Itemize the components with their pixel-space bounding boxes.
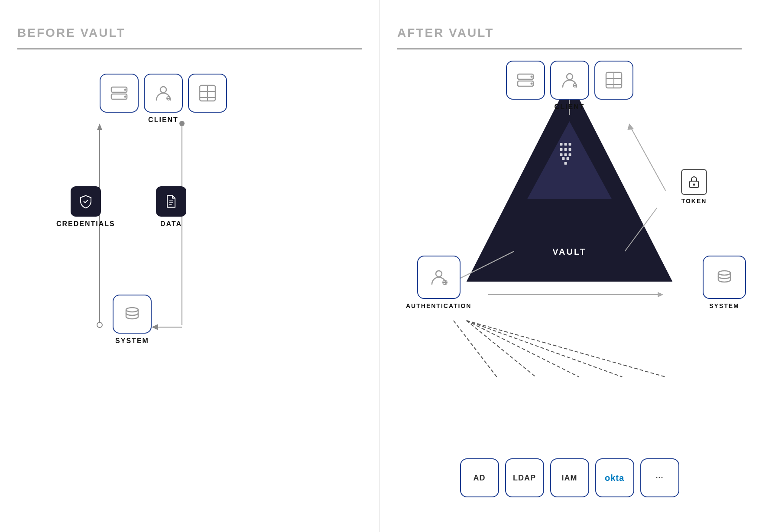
auth-icon-box bbox=[417, 256, 461, 299]
svg-rect-36 bbox=[564, 162, 567, 165]
right-database-icon bbox=[714, 267, 735, 288]
left-client-label: CLIENT bbox=[148, 116, 178, 124]
auth-node: AUTHENTICATION bbox=[406, 256, 471, 309]
right-user-icon-box bbox=[550, 61, 589, 100]
svg-point-22 bbox=[126, 308, 138, 312]
provider-iam: IAM bbox=[550, 458, 589, 497]
svg-marker-24 bbox=[527, 121, 612, 199]
right-grid-icon bbox=[603, 70, 624, 91]
left-user-icon-box bbox=[144, 74, 183, 113]
lock-icon bbox=[687, 175, 701, 189]
svg-line-46 bbox=[454, 321, 497, 377]
svg-marker-1 bbox=[97, 123, 102, 130]
vault-label-container: VAULT bbox=[552, 247, 587, 257]
left-panel: BEFORE VAULT bbox=[0, 0, 380, 532]
right-client-label: CLIENT bbox=[555, 103, 585, 111]
right-system-icon-box bbox=[703, 256, 746, 299]
provider-ldap: LDAP bbox=[505, 458, 544, 497]
right-client-group: CLIENT bbox=[506, 61, 633, 111]
svg-point-63 bbox=[436, 271, 442, 277]
right-system-node: SYSTEM bbox=[703, 256, 746, 309]
auth-providers: AD LDAP IAM okta ··· bbox=[460, 458, 679, 497]
svg-rect-28 bbox=[560, 148, 563, 151]
svg-line-47 bbox=[467, 321, 536, 377]
svg-rect-34 bbox=[562, 157, 565, 160]
provider-ad: AD bbox=[460, 458, 499, 497]
svg-point-65 bbox=[718, 271, 730, 275]
left-system-icon-box bbox=[113, 295, 152, 334]
server-icon bbox=[109, 83, 130, 104]
vault-label: VAULT bbox=[552, 247, 587, 256]
svg-line-50 bbox=[467, 321, 665, 377]
left-grid-icon-box bbox=[188, 74, 227, 113]
left-client-group: CLIENT bbox=[100, 74, 227, 124]
left-client-icons bbox=[100, 74, 227, 113]
left-divider bbox=[17, 49, 362, 49]
credentials-node: CREDENTIALS bbox=[56, 186, 115, 228]
right-panel: AFTER VAULT bbox=[380, 0, 759, 532]
svg-marker-40 bbox=[658, 292, 663, 297]
right-server-icon bbox=[515, 70, 536, 91]
svg-point-10 bbox=[124, 89, 126, 91]
right-user-icon bbox=[559, 70, 580, 91]
svg-line-42 bbox=[631, 128, 665, 191]
svg-point-52 bbox=[530, 76, 532, 78]
svg-point-55 bbox=[567, 74, 573, 80]
svg-line-49 bbox=[467, 321, 623, 377]
svg-rect-31 bbox=[560, 153, 563, 156]
svg-rect-35 bbox=[567, 157, 569, 160]
svg-point-5 bbox=[97, 322, 102, 328]
svg-rect-32 bbox=[564, 153, 567, 156]
right-server-icon-box bbox=[506, 61, 545, 100]
svg-line-41 bbox=[625, 208, 657, 251]
shield-icon bbox=[78, 194, 94, 209]
token-node: TOKEN bbox=[681, 169, 707, 204]
token-icon-box bbox=[681, 169, 707, 195]
right-system-label: SYSTEM bbox=[709, 302, 740, 309]
left-system-node: SYSTEM bbox=[113, 295, 152, 345]
data-icon-box bbox=[156, 186, 186, 217]
left-server-icon-box bbox=[100, 74, 139, 113]
svg-marker-43 bbox=[627, 123, 634, 130]
svg-point-54 bbox=[530, 83, 532, 85]
grid-icon bbox=[197, 83, 218, 104]
svg-point-13 bbox=[160, 87, 166, 93]
database-icon bbox=[122, 304, 143, 324]
svg-rect-25 bbox=[560, 143, 563, 146]
provider-more: ··· bbox=[640, 458, 679, 497]
left-system-label: SYSTEM bbox=[115, 337, 149, 345]
svg-point-62 bbox=[693, 183, 695, 185]
credentials-label: CREDENTIALS bbox=[56, 220, 115, 228]
auth-icon bbox=[428, 267, 449, 288]
svg-marker-7 bbox=[152, 324, 158, 330]
right-client-icons bbox=[506, 61, 633, 100]
main-container: BEFORE VAULT bbox=[0, 0, 759, 532]
right-divider bbox=[397, 49, 742, 49]
svg-rect-29 bbox=[564, 148, 567, 151]
svg-rect-30 bbox=[569, 148, 571, 151]
svg-rect-27 bbox=[569, 143, 571, 146]
after-vault-title: AFTER VAULT bbox=[397, 26, 742, 40]
svg-rect-26 bbox=[564, 143, 567, 146]
document-icon bbox=[163, 194, 179, 209]
data-node: DATA bbox=[156, 186, 186, 228]
data-label: DATA bbox=[160, 220, 182, 228]
before-vault-title: BEFORE VAULT bbox=[17, 26, 362, 40]
svg-rect-33 bbox=[569, 153, 571, 156]
provider-okta: okta bbox=[595, 458, 634, 497]
svg-point-12 bbox=[124, 96, 126, 98]
credentials-icon-box bbox=[71, 186, 101, 217]
auth-label: AUTHENTICATION bbox=[406, 302, 471, 309]
token-label: TOKEN bbox=[681, 198, 707, 204]
right-grid-icon-box bbox=[594, 61, 633, 100]
svg-line-48 bbox=[467, 321, 579, 377]
user-icon bbox=[153, 83, 174, 104]
